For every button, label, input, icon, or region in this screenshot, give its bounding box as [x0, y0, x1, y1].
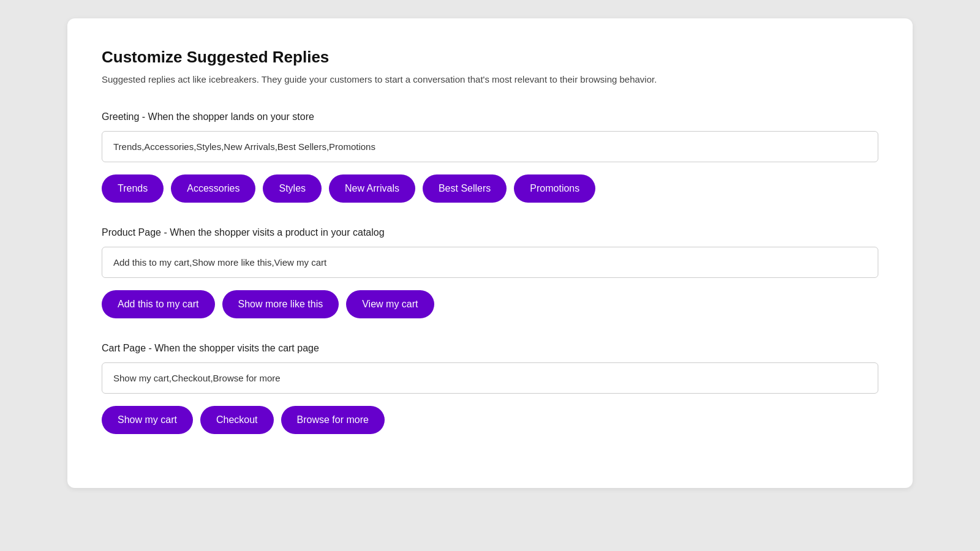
chip-product-0[interactable]: Add this to my cart: [102, 290, 215, 318]
section-input-product[interactable]: [102, 247, 878, 278]
section-input-greeting[interactable]: [102, 131, 878, 162]
chip-cart-2[interactable]: Browse for more: [281, 406, 385, 434]
chip-greeting-3[interactable]: New Arrivals: [329, 174, 415, 203]
page-title: Customize Suggested Replies: [102, 48, 878, 67]
section-input-cart[interactable]: [102, 362, 878, 394]
page-subtitle: Suggested replies act like icebreakers. …: [102, 73, 878, 87]
chips-row-product: Add this to my cartShow more like thisVi…: [102, 290, 878, 318]
chips-row-cart: Show my cartCheckoutBrowse for more: [102, 406, 878, 434]
chips-row-greeting: TrendsAccessoriesStylesNew ArrivalsBest …: [102, 174, 878, 203]
section-label-product: Product Page - When the shopper visits a…: [102, 227, 878, 238]
section-cart: Cart Page - When the shopper visits the …: [102, 343, 878, 434]
chip-cart-1[interactable]: Checkout: [200, 406, 274, 434]
chip-cart-0[interactable]: Show my cart: [102, 406, 193, 434]
section-product: Product Page - When the shopper visits a…: [102, 227, 878, 318]
chip-greeting-1[interactable]: Accessories: [171, 174, 255, 203]
section-greeting: Greeting - When the shopper lands on you…: [102, 111, 878, 203]
section-label-greeting: Greeting - When the shopper lands on you…: [102, 111, 878, 122]
chip-greeting-0[interactable]: Trends: [102, 174, 164, 203]
chip-greeting-4[interactable]: Best Sellers: [423, 174, 507, 203]
main-card: Customize Suggested Replies Suggested re…: [67, 18, 913, 488]
chip-greeting-2[interactable]: Styles: [263, 174, 322, 203]
section-label-cart: Cart Page - When the shopper visits the …: [102, 343, 878, 354]
chip-product-1[interactable]: Show more like this: [222, 290, 339, 318]
chip-greeting-5[interactable]: Promotions: [514, 174, 595, 203]
chip-product-2[interactable]: View my cart: [346, 290, 434, 318]
